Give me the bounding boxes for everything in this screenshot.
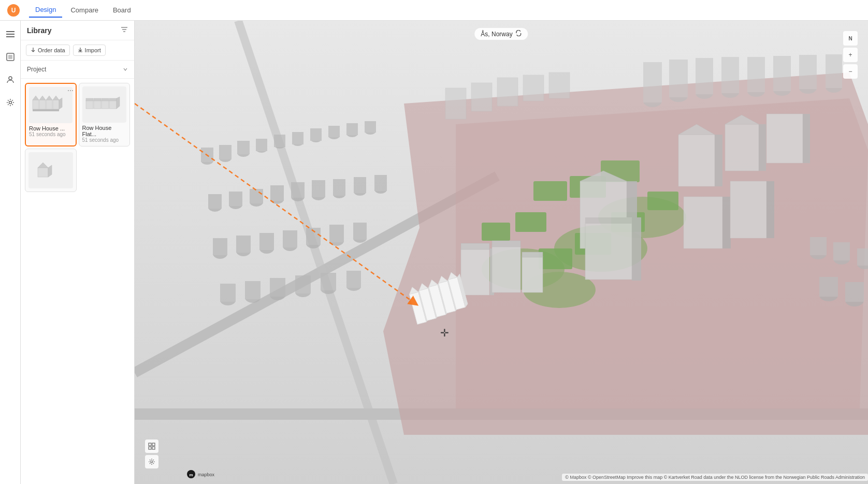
svg-rect-28 [109, 100, 117, 109]
svg-rect-80 [270, 185, 284, 201]
refresh-icon[interactable] [516, 30, 522, 38]
svg-rect-137 [803, 114, 810, 163]
svg-rect-6 [8, 55, 12, 59]
svg-rect-49 [647, 192, 678, 210]
map-area[interactable]: ✛ Ås, Norway N + − m mapbox [135, 21, 868, 484]
svg-rect-192 [149, 443, 151, 446]
svg-rect-108 [245, 281, 261, 299]
svg-rect-121 [492, 241, 520, 247]
svg-rect-162 [826, 54, 842, 88]
svg-rect-4 [6, 36, 15, 37]
row-house-flat-name: Row House Flat... [82, 125, 127, 137]
svg-rect-2 [6, 31, 15, 32]
svg-rect-94 [236, 236, 251, 253]
library-panel: Library Order data Import Project [21, 21, 135, 484]
grid-view-button[interactable] [145, 439, 158, 453]
compass-button[interactable]: N [843, 31, 858, 46]
svg-rect-122 [522, 256, 543, 292]
svg-text:m: m [189, 473, 193, 477]
library-actions: Order data Import [21, 40, 134, 61]
svg-rect-88 [354, 177, 366, 193]
svg-marker-33 [48, 165, 52, 177]
map-bottom-controls [145, 439, 158, 468]
chevron-down-icon [123, 65, 128, 74]
svg-rect-23 [86, 98, 93, 101]
svg-rect-156 [747, 57, 765, 92]
map-scene: ✛ [135, 21, 868, 484]
library-header: Library [21, 21, 134, 40]
svg-rect-138 [684, 197, 722, 248]
logo: U [6, 3, 21, 18]
library-item-row-house-flat[interactable]: Row House Flat... 51 seconds ago [79, 83, 131, 146]
svg-text:mapbox: mapbox [198, 472, 215, 477]
user-icon[interactable] [3, 72, 18, 87]
svg-marker-13 [33, 96, 39, 100]
svg-marker-17 [46, 96, 52, 100]
svg-rect-112 [295, 275, 311, 294]
library-item-row-house[interactable]: Row House ... 51 seconds ago ⋯ [25, 83, 77, 146]
project-dropdown[interactable]: Project [21, 61, 134, 79]
settings-map-button[interactable] [145, 455, 158, 468]
svg-rect-130 [678, 135, 715, 186]
svg-rect-139 [722, 197, 731, 248]
tab-design[interactable]: Design [29, 3, 62, 18]
svg-rect-123 [522, 252, 543, 257]
svg-rect-119 [461, 243, 489, 250]
svg-rect-21 [33, 109, 59, 111]
row-house-flat-time: 51 seconds ago [82, 137, 127, 143]
svg-rect-144 [497, 78, 518, 106]
svg-rect-141 [766, 181, 774, 238]
svg-rect-164 [810, 237, 827, 255]
svg-rect-22 [86, 100, 93, 109]
import-icon [78, 47, 83, 53]
map-attribution: © Mapbox © OpenStreetMap Improve this ma… [562, 474, 868, 481]
svg-rect-16 [46, 100, 52, 109]
svg-marker-30 [117, 97, 120, 109]
svg-marker-32 [38, 163, 48, 168]
library-item-building-3[interactable] [25, 149, 77, 192]
svg-rect-172 [845, 282, 864, 302]
svg-rect-133 [725, 124, 759, 171]
topbar-tabs: Design Compare Board [29, 3, 137, 18]
svg-rect-68 [328, 126, 340, 137]
project-label: Project [27, 66, 46, 73]
svg-rect-90 [374, 175, 387, 191]
svg-rect-45 [515, 212, 546, 232]
svg-rect-146 [549, 72, 570, 98]
svg-rect-127 [585, 223, 632, 280]
tab-board[interactable]: Board [107, 3, 137, 17]
svg-rect-135 [759, 124, 766, 171]
order-icon [31, 47, 36, 53]
zoom-out-button[interactable]: − [843, 64, 858, 79]
settings-icon[interactable] [3, 95, 18, 110]
library-grid: Row House ... 51 seconds ago ⋯ Row H [21, 79, 134, 196]
svg-rect-76 [229, 192, 242, 206]
location-text: Ås, Norway [481, 31, 512, 38]
tab-compare[interactable]: Compare [64, 3, 104, 17]
svg-rect-60 [256, 139, 267, 151]
svg-rect-116 [346, 271, 361, 288]
svg-rect-140 [730, 181, 766, 238]
svg-rect-27 [102, 98, 109, 101]
row-house-menu-icon[interactable]: ⋯ [67, 87, 74, 94]
svg-marker-19 [53, 96, 59, 100]
svg-rect-24 [94, 100, 101, 109]
row-house-time: 51 seconds ago [29, 131, 73, 137]
zoom-in-button[interactable]: + [843, 48, 858, 62]
svg-rect-114 [321, 273, 336, 290]
svg-rect-78 [250, 189, 263, 203]
svg-rect-143 [471, 83, 492, 111]
order-data-button[interactable]: Order data [26, 45, 70, 56]
svg-rect-168 [857, 248, 868, 266]
svg-rect-12 [33, 100, 39, 109]
svg-rect-102 [329, 225, 344, 242]
svg-rect-18 [53, 100, 59, 109]
import-button[interactable]: Import [73, 45, 106, 56]
svg-rect-46 [539, 248, 572, 269]
svg-text:✛: ✛ [440, 327, 449, 339]
layers-icon[interactable] [3, 50, 18, 64]
svg-rect-145 [523, 75, 544, 101]
hamburger-icon[interactable] [3, 27, 18, 41]
filter-icon[interactable] [121, 26, 128, 35]
svg-rect-44 [482, 223, 510, 241]
